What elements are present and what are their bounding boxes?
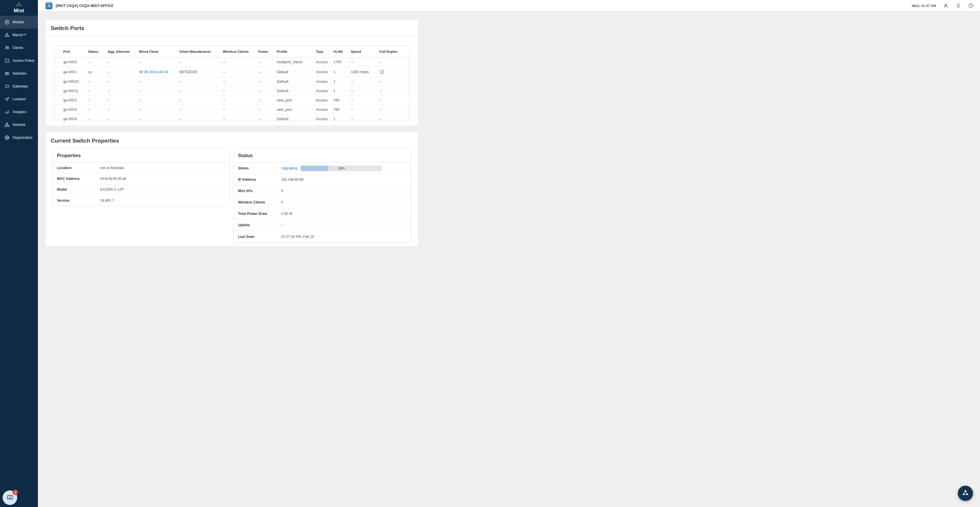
cell-agg-ethernet: -- <box>105 95 137 105</box>
upgrade-progress-percent: 34% <box>301 165 382 171</box>
cell-value: 1 <box>333 70 336 74</box>
port-row-ge-0/0/10[interactable]: ge-0/0/10------------DefaultAccess1---- <box>54 77 409 86</box>
cell-value: -- <box>139 79 141 84</box>
cell-value: -- <box>351 117 353 121</box>
port-row-ge-0/0/1[interactable]: ge-0/0/1up--08:36:c9:0a:d9:34NETGEAR----… <box>54 67 409 77</box>
cell-value: ge-0/0/1 <box>63 70 77 74</box>
property-value: 18.4R2.7 <box>100 199 115 203</box>
cell-value: -- <box>379 60 382 64</box>
column-header-profile: Profile <box>274 46 313 57</box>
cell-speed: -- <box>348 95 377 105</box>
site-selector[interactable]: [MIST CSQA] CSQA-MIST-OFFICE <box>46 2 113 10</box>
cell-type: Access <box>313 57 331 67</box>
cell-value: 780 <box>333 108 339 112</box>
mist-logo[interactable]: Mist <box>0 0 38 16</box>
cell-value: ge-0/0/11 <box>63 89 78 93</box>
sidebar-item-network[interactable]: Network <box>0 118 38 131</box>
cell-value: ge-0/0/10 <box>63 79 79 84</box>
cell-type: Access <box>313 95 331 105</box>
cell-vlan: 1 <box>331 77 348 86</box>
cell-speed: -- <box>348 57 377 67</box>
status-pane: Status StatusUpgrading34%IP Address192.1… <box>234 148 411 243</box>
cell-value: new_port <box>277 108 292 112</box>
column-header-status: Status <box>86 46 105 57</box>
cell-power: -- <box>256 67 274 77</box>
cell-value: -- <box>223 89 225 93</box>
sidebar-item-analytics[interactable]: Analytics <box>0 105 38 118</box>
cell-value: -- <box>88 89 91 93</box>
status-value: 0 <box>281 200 283 204</box>
column-header-wired-client: Wired Client <box>137 46 177 57</box>
cell-value: -- <box>139 108 141 112</box>
cell-value: -- <box>139 89 141 93</box>
site-title: [MIST CSQA] CSQA-MIST-OFFICE <box>56 4 113 8</box>
site-icon <box>46 2 52 10</box>
cell-value: multiport_check <box>277 60 302 64</box>
cell-full-duplex: -- <box>377 77 409 86</box>
cell-value: -- <box>108 108 110 112</box>
property-row-model: ModelEX2300-C-12P <box>53 184 229 195</box>
property-label: MAC Address <box>57 177 100 181</box>
cell-power: -- <box>256 114 274 121</box>
cell-value: new_port <box>277 98 292 102</box>
cell-value: Access <box>316 89 328 93</box>
cell-status: -- <box>86 77 105 86</box>
port-row-ge-0/0/11[interactable]: ge-0/0/11------------DefaultAccess1---- <box>54 86 409 95</box>
cell-type: Access <box>313 105 331 114</box>
port-row-ge-0/0/3[interactable]: ge-0/0/3------------new_portAccess780---… <box>54 105 409 114</box>
switch-ports-table-container[interactable]: PortStatusAgg. EthernetWired ClientClien… <box>54 45 409 121</box>
cell-speed: -- <box>348 114 377 121</box>
sidebar-item-location[interactable]: Location <box>0 93 38 105</box>
cell-value: 1000 mbps <box>351 70 369 74</box>
cell-full-duplex: -- <box>377 105 409 114</box>
cell-wired-client: 08:36:c9:0a:d9:34 <box>137 67 177 77</box>
status-value: 0.00 W <box>281 212 292 216</box>
cell-value: up <box>88 70 92 74</box>
cell-value: -- <box>258 70 261 74</box>
sidebar-item-organization[interactable]: Organization <box>0 131 38 144</box>
switch-ports-card: Switch Ports PortStatusAgg. EthernetWire… <box>45 19 418 126</box>
cell-wireless-clients: -- <box>221 77 256 86</box>
sidebar-item-monitor[interactable]: Monitor <box>0 16 38 29</box>
cell-wireless-clients: -- <box>221 114 256 121</box>
cell-value: -- <box>379 117 382 121</box>
status-value: 0 <box>281 189 283 193</box>
sidebar-item-access-points[interactable]: Access Points <box>0 54 38 67</box>
sidebar-item-label: Analytics <box>13 110 27 114</box>
cell-value: Default <box>277 89 288 93</box>
cell-value: -- <box>139 117 141 121</box>
cell-wireless-clients: -- <box>221 86 256 95</box>
cell-full-duplex: -- <box>377 86 409 95</box>
sidebar-item-marvis[interactable]: Marvis™ <box>0 29 38 41</box>
cell-value: -- <box>379 98 382 102</box>
cell-value: -- <box>180 117 182 121</box>
status-value: 192.168.60.80 <box>281 178 304 182</box>
status-label: Status <box>238 166 281 170</box>
upgrading-link[interactable]: Upgrading <box>281 166 301 170</box>
cell-value: Default <box>277 117 288 121</box>
properties-pane: Properties Locationnot on floorplanMAC A… <box>52 148 230 206</box>
port-row-ge-0/0/0[interactable]: ge-0/0/0------------multiport_checkAcces… <box>54 57 409 67</box>
sidebar-item-switches[interactable]: Switches <box>0 67 38 80</box>
cell-client-manufacturer: -- <box>177 86 221 95</box>
cell-power: -- <box>256 95 274 105</box>
wired-client-link[interactable]: 08:36:c9:0a:d9:34 <box>139 70 168 74</box>
column-header-speed: Speed <box>348 46 377 57</box>
cell-value: ge-0/0/3 <box>63 108 77 112</box>
cell-value: Access <box>316 70 328 74</box>
sidebar-item-clients[interactable]: Clients <box>0 41 38 54</box>
column-header-vlan: VLAN <box>331 46 348 57</box>
port-row-ge-0/0/2[interactable]: ge-0/0/2------------new_portAccess780---… <box>54 95 409 105</box>
cell-profile: Default <box>274 67 313 77</box>
sidebar-item-gateways[interactable]: Gateways <box>0 80 38 93</box>
status-label: Mist APs <box>238 189 281 193</box>
port-row-ge-0/0/4[interactable]: ge-0/0/4------------DefaultAccess1---- <box>54 114 409 121</box>
cell-value: Access <box>316 108 328 112</box>
cell-value: 780 <box>333 98 339 102</box>
cell-vlan: 1700 <box>331 57 348 67</box>
mist-logo-text: Mist <box>14 8 24 14</box>
sidebar-item-label: Gateways <box>13 84 28 88</box>
cell-value: -- <box>180 79 182 84</box>
top-bar: [MIST CSQA] CSQA-MIST-OFFICE WED, 01:07 … <box>38 0 490 12</box>
cell-value: -- <box>108 89 110 93</box>
